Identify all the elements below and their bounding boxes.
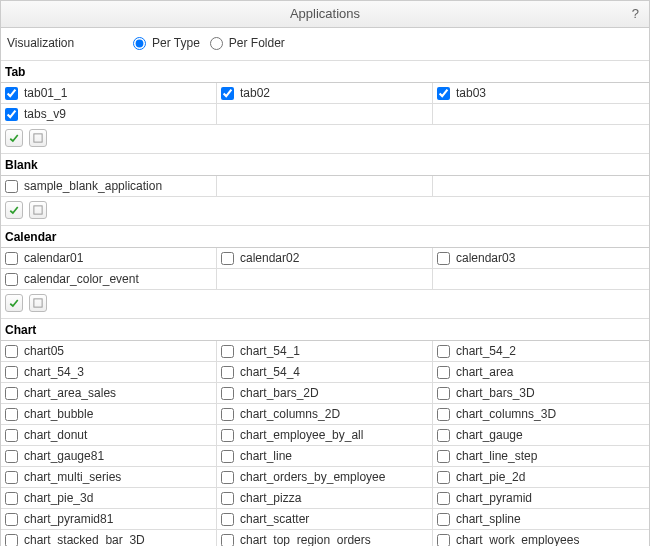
item-checkbox[interactable] (437, 429, 450, 442)
list-item (217, 176, 433, 197)
item-checkbox[interactable] (437, 366, 450, 379)
list-item: chart_gauge (433, 425, 649, 446)
item-label: chart_bars_3D (456, 386, 535, 400)
select-none-button[interactable] (29, 129, 47, 147)
item-checkbox[interactable] (221, 534, 234, 547)
section-grid: chart05chart_54_1chart_54_2chart_54_3cha… (1, 341, 649, 546)
item-checkbox[interactable] (221, 387, 234, 400)
section-grid: tab01_1tab02tab03tabs_v9 (1, 83, 649, 125)
item-checkbox[interactable] (5, 450, 18, 463)
item-label: chart_work_employees (456, 533, 579, 546)
item-checkbox[interactable] (5, 408, 18, 421)
list-item: chart_pizza (217, 488, 433, 509)
item-checkbox[interactable] (221, 429, 234, 442)
item-checkbox[interactable] (437, 408, 450, 421)
item-checkbox[interactable] (5, 387, 18, 400)
item-checkbox[interactable] (5, 273, 18, 286)
item-label: tab01_1 (24, 86, 67, 100)
item-checkbox[interactable] (437, 252, 450, 265)
list-item: tab01_1 (1, 83, 217, 104)
item-checkbox[interactable] (437, 513, 450, 526)
item-checkbox[interactable] (437, 534, 450, 547)
item-checkbox[interactable] (221, 408, 234, 421)
item-checkbox[interactable] (221, 345, 234, 358)
item-checkbox[interactable] (5, 252, 18, 265)
item-label: chart_columns_2D (240, 407, 340, 421)
item-label: chart_pyramid (456, 491, 532, 505)
item-label: chart_orders_by_employee (240, 470, 385, 484)
item-checkbox[interactable] (437, 471, 450, 484)
list-item: chart_donut (1, 425, 217, 446)
select-all-button[interactable] (5, 294, 23, 312)
item-checkbox[interactable] (5, 345, 18, 358)
radio-per-folder[interactable]: Per Folder (210, 36, 285, 50)
item-checkbox[interactable] (437, 87, 450, 100)
item-label: chart_pyramid81 (24, 512, 113, 526)
item-checkbox[interactable] (437, 450, 450, 463)
item-checkbox[interactable] (221, 492, 234, 505)
item-checkbox[interactable] (437, 492, 450, 505)
item-label: chart_pie_2d (456, 470, 525, 484)
item-checkbox[interactable] (5, 87, 18, 100)
section-header: Chart (1, 319, 649, 341)
list-item: chart_employee_by_all (217, 425, 433, 446)
item-checkbox[interactable] (221, 87, 234, 100)
svg-rect-0 (34, 134, 42, 142)
list-item (217, 269, 433, 290)
item-label: chart_54_3 (24, 365, 84, 379)
item-checkbox[interactable] (5, 108, 18, 121)
item-checkbox[interactable] (221, 366, 234, 379)
item-checkbox[interactable] (221, 513, 234, 526)
list-item: chart_spline (433, 509, 649, 530)
select-all-button[interactable] (5, 201, 23, 219)
item-checkbox[interactable] (221, 471, 234, 484)
section: Calendarcalendar01calendar02calendar03ca… (1, 226, 649, 319)
list-item: chart_54_2 (433, 341, 649, 362)
applications-panel: Applications ? Visualization Per Type Pe… (0, 0, 650, 546)
item-checkbox[interactable] (221, 450, 234, 463)
item-checkbox[interactable] (5, 513, 18, 526)
radio-per-folder-input[interactable] (210, 37, 223, 50)
item-label: chart_scatter (240, 512, 309, 526)
item-checkbox[interactable] (5, 180, 18, 193)
item-checkbox[interactable] (221, 252, 234, 265)
help-icon[interactable]: ? (632, 1, 639, 27)
item-checkbox[interactable] (437, 387, 450, 400)
section-grid: calendar01calendar02calendar03calendar_c… (1, 248, 649, 290)
list-item: chart_bubble (1, 404, 217, 425)
item-label: calendar03 (456, 251, 515, 265)
list-item: chart_bars_2D (217, 383, 433, 404)
radio-per-type[interactable]: Per Type (133, 36, 200, 50)
item-label: chart_gauge (456, 428, 523, 442)
item-checkbox[interactable] (437, 345, 450, 358)
radio-per-folder-label: Per Folder (229, 36, 285, 50)
item-checkbox[interactable] (5, 492, 18, 505)
list-item: calendar02 (217, 248, 433, 269)
select-all-button[interactable] (5, 129, 23, 147)
list-item: tabs_v9 (1, 104, 217, 125)
item-checkbox[interactable] (5, 534, 18, 547)
radio-per-type-input[interactable] (133, 37, 146, 50)
item-checkbox[interactable] (5, 471, 18, 484)
radio-per-type-label: Per Type (152, 36, 200, 50)
list-item: calendar_color_event (1, 269, 217, 290)
check-icon (8, 132, 20, 144)
section-header: Tab (1, 61, 649, 83)
select-none-button[interactable] (29, 201, 47, 219)
list-item: chart_orders_by_employee (217, 467, 433, 488)
item-label: chart_stacked_bar_3D (24, 533, 145, 546)
list-item (433, 176, 649, 197)
list-item: chart_scatter (217, 509, 433, 530)
list-item: chart_54_3 (1, 362, 217, 383)
select-none-button[interactable] (29, 294, 47, 312)
item-checkbox[interactable] (5, 429, 18, 442)
list-item: chart_line_step (433, 446, 649, 467)
list-item: chart_work_employees (433, 530, 649, 546)
list-item: chart_columns_3D (433, 404, 649, 425)
item-label: calendar_color_event (24, 272, 139, 286)
item-checkbox[interactable] (5, 366, 18, 379)
item-label: chart_spline (456, 512, 521, 526)
list-item: chart_line (217, 446, 433, 467)
list-item: tab03 (433, 83, 649, 104)
item-label: chart_line (240, 449, 292, 463)
